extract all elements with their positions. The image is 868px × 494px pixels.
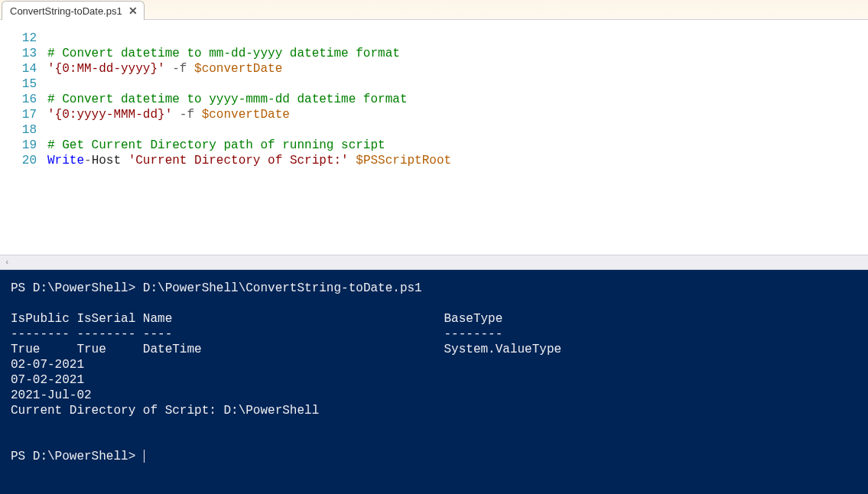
code-content[interactable]: # Convert datetime to mm-dd-yyyy datetim… xyxy=(47,31,868,255)
line-number: 13 xyxy=(0,46,37,61)
code-token xyxy=(194,108,202,122)
line-number: 16 xyxy=(0,92,37,107)
code-line xyxy=(47,122,868,138)
code-line xyxy=(47,76,868,92)
code-token xyxy=(349,154,356,167)
line-number: 17 xyxy=(0,107,37,122)
code-line xyxy=(47,31,868,46)
tab-bar: ConvertString-toDate.ps1 ✕ xyxy=(0,0,868,20)
line-number: 18 xyxy=(0,122,37,138)
file-tab-title: ConvertString-toDate.ps1 xyxy=(10,5,122,17)
code-token: # Convert datetime to mm-dd-yyyy datetim… xyxy=(47,47,400,60)
panel-splitter[interactable]: ‹ xyxy=(0,255,868,270)
terminal-output: 2021-Jul-02 xyxy=(11,388,92,402)
terminal-output: 02-07-2021 xyxy=(11,358,84,372)
terminal-prompt: PS D:\PowerShell> xyxy=(11,450,143,463)
line-number: 19 xyxy=(0,138,37,153)
terminal-output: 07-02-2021 xyxy=(11,373,84,387)
code-token: - xyxy=(84,154,92,167)
line-number: 14 xyxy=(0,61,37,76)
file-tab[interactable]: ConvertString-toDate.ps1 ✕ xyxy=(2,1,145,20)
code-editor[interactable]: 121314151617181920 # Convert datetime to… xyxy=(0,20,868,255)
code-token xyxy=(172,108,180,122)
code-token: -f xyxy=(180,108,194,122)
code-token: $convertDate xyxy=(202,108,290,122)
code-line: '{0:MM-dd-yyyy}' -f $convertDate xyxy=(47,61,868,76)
code-token xyxy=(187,62,194,76)
code-token: $PSScriptRoot xyxy=(356,154,451,167)
terminal-divider: -------- -------- ---- -------- xyxy=(11,327,502,341)
code-token: # Get Current Directory path of running … xyxy=(47,138,385,152)
code-token: 'Current Directory of Script:' xyxy=(128,154,349,167)
terminal-cursor xyxy=(144,450,145,463)
chevron-left-icon: ‹ xyxy=(5,258,10,267)
code-token xyxy=(165,62,173,76)
code-token: '{0:MM-dd-yyyy}' xyxy=(47,62,165,76)
line-number: 20 xyxy=(0,153,37,168)
code-token: # Convert datetime to yyyy-mmm-dd dateti… xyxy=(47,93,407,106)
code-line: '{0:yyyy-MMM-dd}' -f $convertDate xyxy=(47,107,868,122)
terminal-row: True True DateTime System.ValueType xyxy=(11,343,561,356)
close-icon[interactable]: ✕ xyxy=(128,5,138,16)
code-token: -f xyxy=(172,62,187,76)
code-line: # Convert datetime to mm-dd-yyyy datetim… xyxy=(47,46,868,61)
terminal-output: Current Directory of Script: D:\PowerShe… xyxy=(11,404,319,418)
line-number: 12 xyxy=(0,31,37,46)
code-token xyxy=(121,154,128,167)
code-line: Write-Host 'Current Directory of Script:… xyxy=(47,153,868,168)
terminal-header: IsPublic IsSerial Name BaseType xyxy=(11,312,502,326)
terminal-prompt: PS D:\PowerShell> xyxy=(11,281,143,295)
code-token: '{0:yyyy-MMM-dd}' xyxy=(47,108,172,122)
code-token: Host xyxy=(92,154,121,167)
code-line: # Get Current Directory path of running … xyxy=(47,138,868,153)
code-line: # Convert datetime to yyyy-mmm-dd dateti… xyxy=(47,92,868,107)
code-token: Write xyxy=(47,154,84,167)
terminal-panel[interactable]: PS D:\PowerShell> D:\PowerShell\ConvertS… xyxy=(0,270,868,494)
line-number-gutter: 121314151617181920 xyxy=(0,31,47,255)
line-number: 15 xyxy=(0,76,37,92)
code-token: $convertDate xyxy=(194,62,282,76)
terminal-command: D:\PowerShell\ConvertString-toDate.ps1 xyxy=(143,281,422,295)
